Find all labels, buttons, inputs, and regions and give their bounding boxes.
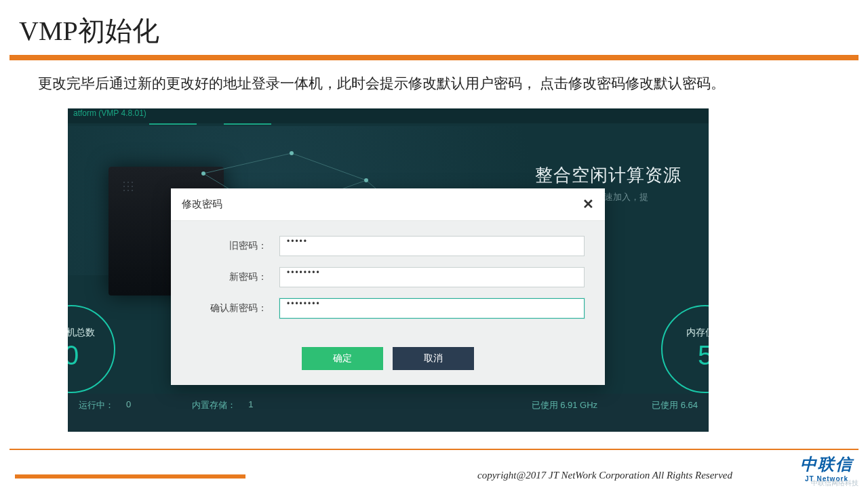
- slide-body-text: 更改完毕后通过新的更改好的地址登录一体机，此时会提示修改默认用户密码， 点击修改…: [0, 73, 868, 104]
- stat-ring-mem: 内存使用 5: [661, 305, 709, 393]
- cancel-button[interactable]: 取消: [393, 347, 474, 370]
- app-footer-stats: 运行中： 0 内置存储： 1 已使用 6.91 GHz 已使用 6.64: [68, 394, 709, 432]
- footer-value: 1: [248, 399, 253, 411]
- new-password-label: 新密码：: [191, 271, 279, 283]
- change-password-dialog: 修改密码 ✕ 旧密码： ••••• 新密码： •••••••• 确认新密码： •…: [171, 188, 605, 385]
- stat-value: 0: [68, 340, 79, 371]
- footer-used2: 已使用 6.64: [652, 399, 698, 411]
- svg-point-10: [364, 178, 368, 182]
- footer-used: 已使用 6.91 GHz: [532, 399, 598, 411]
- confirm-password-label: 确认新密码：: [191, 302, 279, 314]
- footer-accent: [15, 474, 245, 479]
- ok-button[interactable]: 确定: [302, 347, 383, 370]
- slide-footer: copyright@2017 JT NetWork Corporation Al…: [0, 450, 868, 488]
- hero-title: 整合空闲计算资源: [535, 163, 682, 187]
- footer-label: 内置存储：: [192, 399, 236, 411]
- footer-value: 0: [126, 399, 131, 411]
- footer-label: 运行中：: [79, 399, 114, 411]
- copyright-text: copyright@2017 JT NetWork Corporation Al…: [477, 470, 732, 481]
- stat-value: 5: [698, 340, 709, 371]
- svg-line-1: [292, 153, 366, 180]
- confirm-password-input[interactable]: ••••••••: [279, 298, 585, 319]
- stat-label: 虚拟机总数: [68, 327, 95, 339]
- brand-cn: 中联信: [800, 453, 853, 475]
- stat-label: 内存使用: [686, 327, 709, 339]
- svg-point-9: [290, 151, 294, 155]
- title-divider: [9, 55, 859, 60]
- old-password-input[interactable]: •••••: [279, 236, 585, 256]
- dialog-body: 旧密码： ••••• 新密码： •••••••• 确认新密码： ••••••••: [171, 221, 605, 336]
- old-password-label: 旧密码：: [191, 240, 279, 252]
- watermark: 中联信网络科技: [811, 479, 859, 488]
- slide-title: VMP初始化: [0, 0, 868, 55]
- app-screenshot: atform (VMP 4.8.01) 整合空闲计算资源 能将零散的物理主机资源…: [68, 108, 709, 432]
- dialog-title: 修改密码: [182, 198, 222, 211]
- stat-ring-vms: 虚拟机总数 0: [68, 305, 115, 393]
- dialog-footer: 确定 取消: [171, 336, 605, 377]
- new-password-input[interactable]: ••••••••: [279, 267, 585, 287]
- dialog-header: 修改密码 ✕: [171, 188, 605, 221]
- close-icon[interactable]: ✕: [583, 196, 594, 212]
- app-header: atform (VMP 4.8.01): [68, 108, 709, 123]
